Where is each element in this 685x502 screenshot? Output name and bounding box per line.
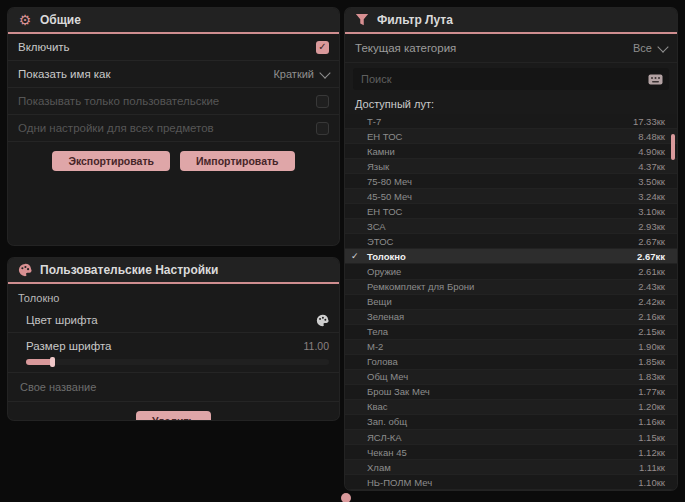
show-name-row: Показать имя как Краткий [8,61,339,88]
show-name-dropdown[interactable]: Краткий [273,68,329,80]
loot-item-row[interactable]: ✓ НЬ-ПОЛМ Меч 1.10кк [345,475,677,490]
show-name-dropdown-value: Краткий [273,68,314,80]
loot-item-value: 1.11кк [639,462,665,473]
loot-item-row[interactable]: ✓ ЕН ТОС 8.48кк [345,129,677,144]
loot-item-row[interactable]: ✓ Толокно 2.67кк [345,249,677,264]
font-size-label: Размер шрифта [26,340,112,352]
export-button[interactable]: Экспортировать [52,151,170,171]
loot-item-row[interactable]: ✓ Квас 1.20кк [345,400,677,415]
loot-item-value: 2.16кк [638,311,665,322]
loot-item-value: 1.10кк [638,477,665,488]
import-button[interactable]: Импортировать [180,151,295,171]
loot-item-name: Брош Зак Меч [363,386,638,397]
loot-item-name: ЗСА [363,221,638,232]
scrollbar-thumb[interactable] [671,134,675,160]
same-settings-checkbox[interactable] [316,122,329,135]
loot-item-name: Язык [363,161,638,172]
only-custom-checkbox[interactable] [316,95,329,108]
loot-item-row[interactable]: ✓ М-2 1.90кк [345,340,677,355]
general-panel: ⚙ Общие Включить ✓ Показать имя как Крат… [8,8,339,245]
loot-item-name: Квас [363,401,638,412]
loot-item-name: Зап. общ [363,416,638,427]
font-color-palette-icon[interactable] [315,313,329,327]
loot-item-row[interactable]: ✓ ЗСА 2.93кк [345,219,677,234]
loot-item-row[interactable]: ✓ Оружие 2.61кк [345,264,677,279]
loot-item-value: 2.61кк [638,266,665,277]
loot-item-row[interactable]: ✓ Вещи 2.42кк [345,295,677,310]
export-import-row: Экспортировать Импортировать [8,142,339,180]
loot-item-value: 4.90кк [638,146,665,157]
chevron-down-icon [319,67,330,78]
category-row: Текущая категория Все [345,34,677,63]
loot-item-row[interactable]: ✓ Зап. общ 1.16кк [345,415,677,430]
font-size-slider[interactable] [26,359,329,365]
user-settings-panel-title: Пользовательские Настройки [40,263,218,277]
keyboard-icon[interactable] [648,72,663,85]
same-settings-row: Одни настройки для всех предметов [8,115,339,142]
loot-item-name: 45-50 Меч [363,191,638,202]
loot-item-row[interactable]: ✓ Чекан 45 1.12кк [345,445,677,460]
loot-item-name: Т-7 [363,116,633,127]
font-color-row: Цвет шрифта [8,308,339,333]
custom-name-input[interactable] [18,376,333,398]
selected-item-name: Толокно [8,284,339,308]
loot-item-name: ЕН ТОС [363,206,638,217]
loot-item-value: 1.20кк [638,401,665,412]
search-input[interactable] [353,68,669,90]
loot-item-value: 3.10кк [638,206,665,217]
loot-item-name: Ремкомплект для Брони [363,281,638,292]
loot-item-row[interactable]: ✓ Тела 2.15кк [345,325,677,340]
loot-item-name: Хлам [363,462,639,473]
check-icon: ✓ [351,251,363,261]
general-panel-title: Общие [40,13,81,27]
check-icon: ✓ [318,42,326,52]
loot-item-row[interactable]: ✓ ЕН ТОС 3.10кк [345,204,677,219]
loot-item-name: М-2 [363,341,638,352]
enable-label: Включить [18,41,70,53]
slider-handle[interactable] [50,357,55,367]
loot-item-value: 1.16кк [638,416,665,427]
loot-item-name: 75-80 Меч [363,176,638,187]
font-size-value: 11.00 [304,340,330,352]
delete-row: Удалить [8,402,339,420]
loot-item-value: 2.43кк [638,281,665,292]
loot-item-row[interactable]: ✓ Голова 1.85кк [345,355,677,370]
loot-item-row[interactable]: ✓ 45-50 Меч 3.24кк [345,189,677,204]
loot-list: ✓ Т-7 17.33кк ✓ ЕН ТОС 8.48кк ✓ Камни 4.… [345,114,677,490]
loot-item-row[interactable]: ✓ Общ Меч 1.83кк [345,370,677,385]
loot-item-value: 3.24кк [638,191,665,202]
loot-item-value: 1.15кк [638,432,665,443]
loot-item-name: Толокно [363,251,637,262]
enable-checkbox[interactable]: ✓ [316,41,329,54]
loot-item-row[interactable]: ✓ ЭТОС 2.67кк [345,234,677,249]
loot-item-row[interactable]: ✓ ЯСЛ-КА 1.15кк [345,430,677,445]
loot-item-name: Оружие [363,266,638,277]
delete-button[interactable]: Удалить [136,411,211,420]
loot-item-row[interactable]: ✓ Зеленая 2.16кк [345,310,677,325]
category-label: Текущая категория [355,42,456,54]
gear-icon: ⚙ [18,13,32,27]
loot-item-value: 1.85кк [638,356,665,367]
loot-item-name: ЯСЛ-КА [363,432,638,443]
loot-item-value: 2.15кк [638,326,665,337]
loot-item-name: ЕН ТОС [363,131,638,142]
loot-item-row[interactable]: ✓ Т-7 17.33кк [345,114,677,129]
only-custom-row: Показывать только пользовательские [8,88,339,115]
enable-row: Включить ✓ [8,34,339,61]
show-name-label: Показать имя как [18,68,111,80]
loot-item-row[interactable]: ✓ Хлам 1.11кк [345,460,677,475]
loot-item-row[interactable]: ✓ Брош Зак Меч 1.77кк [345,385,677,400]
loot-item-row[interactable]: ✓ Камни 4.90кк [345,144,677,159]
category-dropdown[interactable]: Все [633,42,667,54]
category-dropdown-value: Все [633,42,652,54]
loot-item-row[interactable]: ✓ 75-80 Меч 3.50кк [345,174,677,189]
loot-item-value: 17.33кк [633,116,665,127]
loot-item-name: Камни [363,146,638,157]
loot-item-row[interactable]: ✓ Ремкомплект для Брони 2.43кк [345,280,677,295]
loot-item-name: Общ Меч [363,371,638,382]
chevron-down-icon [657,41,668,52]
loot-item-row[interactable]: ✓ Язык 4.37кк [345,159,677,174]
user-settings-panel: Пользовательские Настройки Толокно Цвет … [8,258,339,420]
loot-item-value: 2.93кк [638,221,665,232]
only-custom-label: Показывать только пользовательские [18,95,219,107]
